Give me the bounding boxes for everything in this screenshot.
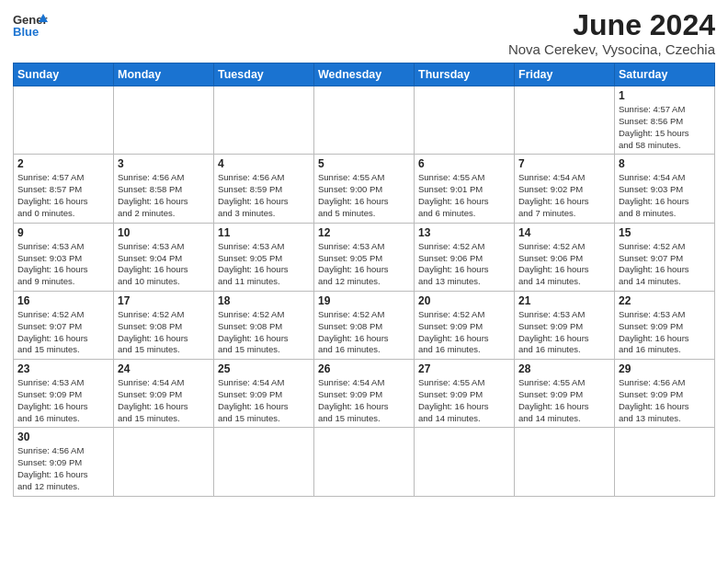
day-cell: 30Sunrise: 4:56 AM Sunset: 9:09 PM Dayli…	[14, 428, 114, 496]
empty-day-cell	[515, 86, 615, 155]
month-title: June 2024	[508, 9, 715, 41]
empty-day-cell	[214, 428, 314, 496]
day-cell: 3Sunrise: 4:56 AM Sunset: 8:58 PM Daylig…	[114, 155, 214, 223]
day-number: 16	[17, 294, 109, 307]
empty-day-cell	[415, 428, 515, 496]
empty-day-cell	[14, 86, 114, 155]
day-info: Sunrise: 4:53 AM Sunset: 9:03 PM Dayligh…	[17, 241, 109, 288]
logo-icon: General Blue	[13, 9, 48, 44]
empty-day-cell	[314, 86, 415, 155]
day-info: Sunrise: 4:52 AM Sunset: 9:08 PM Dayligh…	[118, 309, 210, 356]
day-info: Sunrise: 4:54 AM Sunset: 9:02 PM Dayligh…	[518, 172, 610, 219]
empty-day-cell	[214, 86, 314, 155]
day-info: Sunrise: 4:53 AM Sunset: 9:09 PM Dayligh…	[17, 377, 109, 424]
day-info: Sunrise: 4:55 AM Sunset: 9:00 PM Dayligh…	[318, 172, 410, 219]
day-cell: 22Sunrise: 4:53 AM Sunset: 9:09 PM Dayli…	[615, 291, 715, 359]
empty-day-cell	[314, 428, 415, 496]
day-cell: 10Sunrise: 4:53 AM Sunset: 9:04 PM Dayli…	[114, 223, 214, 291]
day-cell: 7Sunrise: 4:54 AM Sunset: 9:02 PM Daylig…	[515, 155, 615, 223]
day-cell: 27Sunrise: 4:55 AM Sunset: 9:09 PM Dayli…	[415, 360, 515, 428]
day-info: Sunrise: 4:53 AM Sunset: 9:09 PM Dayligh…	[619, 309, 711, 356]
day-number: 14	[518, 226, 610, 239]
calendar-week-row: 1Sunrise: 4:57 AM Sunset: 8:56 PM Daylig…	[14, 86, 715, 155]
day-cell: 9Sunrise: 4:53 AM Sunset: 9:03 PM Daylig…	[14, 223, 114, 291]
day-header-monday: Monday	[114, 63, 214, 86]
day-number: 20	[418, 294, 510, 307]
day-number: 25	[218, 362, 310, 375]
day-cell: 25Sunrise: 4:54 AM Sunset: 9:09 PM Dayli…	[214, 360, 314, 428]
day-number: 5	[318, 157, 410, 170]
day-cell: 5Sunrise: 4:55 AM Sunset: 9:00 PM Daylig…	[314, 155, 415, 223]
day-number: 23	[17, 362, 109, 375]
day-number: 21	[518, 294, 610, 307]
day-info: Sunrise: 4:56 AM Sunset: 8:58 PM Dayligh…	[118, 172, 210, 219]
day-header-thursday: Thursday	[415, 63, 515, 86]
empty-day-cell	[415, 86, 515, 155]
day-number: 22	[619, 294, 711, 307]
day-number: 3	[118, 157, 210, 170]
day-info: Sunrise: 4:52 AM Sunset: 9:07 PM Dayligh…	[17, 309, 109, 356]
day-number: 27	[418, 362, 510, 375]
day-number: 15	[619, 226, 711, 239]
day-cell: 2Sunrise: 4:57 AM Sunset: 8:57 PM Daylig…	[14, 155, 114, 223]
day-number: 8	[619, 157, 711, 170]
day-number: 1	[619, 89, 711, 102]
day-cell: 23Sunrise: 4:53 AM Sunset: 9:09 PM Dayli…	[14, 360, 114, 428]
day-header-sunday: Sunday	[14, 63, 114, 86]
day-info: Sunrise: 4:53 AM Sunset: 9:09 PM Dayligh…	[518, 309, 610, 356]
day-cell: 1Sunrise: 4:57 AM Sunset: 8:56 PM Daylig…	[615, 86, 715, 155]
day-cell: 17Sunrise: 4:52 AM Sunset: 9:08 PM Dayli…	[114, 291, 214, 359]
day-info: Sunrise: 4:56 AM Sunset: 9:09 PM Dayligh…	[17, 445, 109, 492]
day-number: 12	[318, 226, 410, 239]
day-info: Sunrise: 4:55 AM Sunset: 9:09 PM Dayligh…	[418, 377, 510, 424]
day-number: 10	[118, 226, 210, 239]
day-cell: 11Sunrise: 4:53 AM Sunset: 9:05 PM Dayli…	[214, 223, 314, 291]
day-info: Sunrise: 4:57 AM Sunset: 8:57 PM Dayligh…	[17, 172, 109, 219]
day-number: 17	[118, 294, 210, 307]
day-info: Sunrise: 4:56 AM Sunset: 9:09 PM Dayligh…	[619, 377, 711, 424]
day-info: Sunrise: 4:53 AM Sunset: 9:05 PM Dayligh…	[318, 241, 410, 288]
day-cell: 18Sunrise: 4:52 AM Sunset: 9:08 PM Dayli…	[214, 291, 314, 359]
day-info: Sunrise: 4:55 AM Sunset: 9:01 PM Dayligh…	[418, 172, 510, 219]
day-number: 24	[118, 362, 210, 375]
day-cell: 26Sunrise: 4:54 AM Sunset: 9:09 PM Dayli…	[314, 360, 415, 428]
day-header-tuesday: Tuesday	[214, 63, 314, 86]
location-title: Nova Cerekev, Vysocina, Czechia	[508, 41, 715, 57]
day-cell: 14Sunrise: 4:52 AM Sunset: 9:06 PM Dayli…	[515, 223, 615, 291]
empty-day-cell	[114, 428, 214, 496]
empty-day-cell	[114, 86, 214, 155]
day-number: 28	[518, 362, 610, 375]
day-cell: 20Sunrise: 4:52 AM Sunset: 9:09 PM Dayli…	[415, 291, 515, 359]
day-cell: 21Sunrise: 4:53 AM Sunset: 9:09 PM Dayli…	[515, 291, 615, 359]
day-cell: 28Sunrise: 4:55 AM Sunset: 9:09 PM Dayli…	[515, 360, 615, 428]
day-cell: 6Sunrise: 4:55 AM Sunset: 9:01 PM Daylig…	[415, 155, 515, 223]
day-cell: 29Sunrise: 4:56 AM Sunset: 9:09 PM Dayli…	[615, 360, 715, 428]
day-info: Sunrise: 4:53 AM Sunset: 9:04 PM Dayligh…	[118, 241, 210, 288]
day-cell: 12Sunrise: 4:53 AM Sunset: 9:05 PM Dayli…	[314, 223, 415, 291]
day-info: Sunrise: 4:52 AM Sunset: 9:06 PM Dayligh…	[518, 241, 610, 288]
page-header: General Blue June 2024 Nova Cerekev, Vys…	[13, 9, 715, 57]
day-number: 26	[318, 362, 410, 375]
day-info: Sunrise: 4:54 AM Sunset: 9:09 PM Dayligh…	[118, 377, 210, 424]
day-header-saturday: Saturday	[615, 63, 715, 86]
calendar-week-row: 16Sunrise: 4:52 AM Sunset: 9:07 PM Dayli…	[14, 291, 715, 359]
header-right: June 2024 Nova Cerekev, Vysocina, Czechi…	[508, 9, 715, 57]
empty-day-cell	[615, 428, 715, 496]
day-number: 2	[17, 157, 109, 170]
calendar-week-row: 9Sunrise: 4:53 AM Sunset: 9:03 PM Daylig…	[14, 223, 715, 291]
day-cell: 13Sunrise: 4:52 AM Sunset: 9:06 PM Dayli…	[415, 223, 515, 291]
day-info: Sunrise: 4:54 AM Sunset: 9:03 PM Dayligh…	[619, 172, 711, 219]
day-cell: 4Sunrise: 4:56 AM Sunset: 8:59 PM Daylig…	[214, 155, 314, 223]
day-cell: 15Sunrise: 4:52 AM Sunset: 9:07 PM Dayli…	[615, 223, 715, 291]
day-number: 11	[218, 226, 310, 239]
day-info: Sunrise: 4:53 AM Sunset: 9:05 PM Dayligh…	[218, 241, 310, 288]
calendar-table: SundayMondayTuesdayWednesdayThursdayFrid…	[13, 63, 715, 497]
day-header-wednesday: Wednesday	[314, 63, 415, 86]
day-number: 29	[619, 362, 711, 375]
day-cell: 19Sunrise: 4:52 AM Sunset: 9:08 PM Dayli…	[314, 291, 415, 359]
day-number: 13	[418, 226, 510, 239]
day-info: Sunrise: 4:54 AM Sunset: 9:09 PM Dayligh…	[218, 377, 310, 424]
day-cell: 8Sunrise: 4:54 AM Sunset: 9:03 PM Daylig…	[615, 155, 715, 223]
day-info: Sunrise: 4:52 AM Sunset: 9:09 PM Dayligh…	[418, 309, 510, 356]
day-cell: 24Sunrise: 4:54 AM Sunset: 9:09 PM Dayli…	[114, 360, 214, 428]
